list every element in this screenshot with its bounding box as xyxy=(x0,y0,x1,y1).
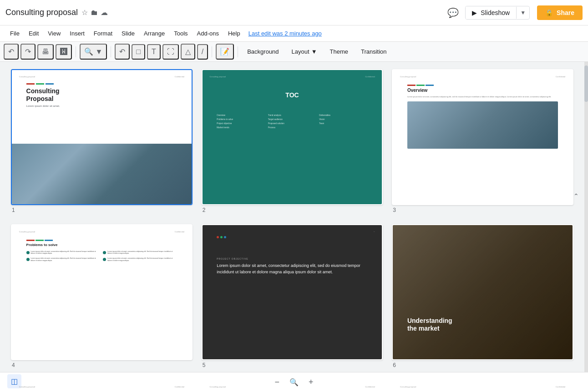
bottom-bar: ◫ − 🔍 + xyxy=(0,372,588,392)
slide-item-3[interactable]: Consulting proposalConfidential Overview… xyxy=(392,69,573,213)
slideshow-dropdown-button[interactable]: ▼ xyxy=(516,7,529,19)
slide-item-5[interactable]: •• Project objective Lorem ipsum dolor s… xyxy=(202,224,383,368)
menu-help[interactable]: Help xyxy=(223,28,245,39)
slide-thumb-5[interactable]: •• Project objective Lorem ipsum dolor s… xyxy=(202,224,383,360)
slide-thumb-6[interactable]: Understandingthe market xyxy=(392,224,573,360)
lock-icon: 🔒 xyxy=(545,9,553,16)
divider-3 xyxy=(212,46,212,57)
main-content: Consulting proposal Confidential Consult… xyxy=(0,62,588,392)
menu-tools[interactable]: Tools xyxy=(169,28,192,39)
share-label: Share xyxy=(557,9,574,16)
slide-number-2: 2 xyxy=(202,207,383,213)
menu-file[interactable]: File xyxy=(5,28,24,39)
folder-icon[interactable]: 🖿 xyxy=(91,9,98,17)
comment-button[interactable]: 💬 xyxy=(445,5,461,21)
layout-button[interactable]: Layout ▼ xyxy=(286,46,323,57)
scrollbar-thumb[interactable] xyxy=(584,65,588,102)
layout-label: Layout xyxy=(292,48,309,55)
cursor-button[interactable]: ↶ xyxy=(115,44,130,60)
theme-button[interactable]: Theme xyxy=(324,46,354,57)
slide-item-4[interactable]: Consulting proposal Confidential Problem… xyxy=(11,224,193,368)
divider-1 xyxy=(76,46,76,57)
slide-thumb-1[interactable]: Consulting proposal Confidential Consult… xyxy=(11,69,193,205)
divider-2 xyxy=(111,46,111,57)
star-icon[interactable]: ☆ xyxy=(81,8,88,17)
toolbar: ↶ ↷ 🖶 🆆 🔍 ▼ ↶ □ T ⛶ △ / 📝 Background Lay… xyxy=(0,42,588,62)
slideshow-label: Slideshow xyxy=(481,9,510,16)
right-scrollbar[interactable] xyxy=(584,62,588,392)
grid-icon: ◫ xyxy=(11,377,18,385)
transition-label: Transition xyxy=(361,48,387,55)
slide-item-6[interactable]: Understandingthe market 6 xyxy=(392,224,573,368)
slide-number-6: 6 xyxy=(392,362,573,368)
select-button[interactable]: □ xyxy=(132,44,145,60)
paint-format-button[interactable]: 🆆 xyxy=(56,44,72,60)
slide-grid[interactable]: Consulting proposal Confidential Consult… xyxy=(0,62,584,392)
top-bar: Consulting proposal ☆ 🖿 ☁ 💬 ▶ Slideshow … xyxy=(0,0,588,25)
slide-number-3: 3 xyxy=(392,207,573,213)
slide-thumb-4[interactable]: Consulting proposal Confidential Problem… xyxy=(11,224,193,360)
slide-number-4: 4 xyxy=(11,362,193,368)
image-button[interactable]: ⛶ xyxy=(162,44,179,60)
slide-number-1: 1 xyxy=(11,207,193,213)
menu-view[interactable]: View xyxy=(43,28,65,39)
menu-slide[interactable]: Slide xyxy=(117,28,139,39)
menu-arrange[interactable]: Arrange xyxy=(139,28,169,39)
slides-container: Consulting proposal Confidential Consult… xyxy=(11,69,573,392)
title-icons: ☆ 🖿 ☁ xyxy=(81,8,108,17)
slide-item-2[interactable]: Consulting proposal Confidential TOC Ove… xyxy=(202,69,383,213)
theme-label: Theme xyxy=(330,48,348,55)
app-title: Consulting proposal xyxy=(5,8,78,17)
undo-button[interactable]: ↶ xyxy=(4,44,19,60)
cloud-icon[interactable]: ☁ xyxy=(101,8,108,17)
slideshow-main-button[interactable]: ▶ Slideshow xyxy=(466,6,516,19)
background-button[interactable]: Background xyxy=(242,46,284,57)
divider-4 xyxy=(238,46,238,57)
shape-button[interactable]: △ xyxy=(181,44,195,60)
slide-number-5: 5 xyxy=(202,362,383,368)
background-label: Background xyxy=(247,48,279,55)
play-icon: ▶ xyxy=(472,9,477,16)
share-button[interactable]: 🔒 Share xyxy=(537,5,583,20)
menu-insert[interactable]: Insert xyxy=(65,28,89,39)
redo-button[interactable]: ↷ xyxy=(20,44,35,60)
menu-format[interactable]: Format xyxy=(89,28,117,39)
zoom-button[interactable]: 🔍 ▼ xyxy=(80,44,107,60)
last-edit[interactable]: Last edit was 2 minutes ago xyxy=(248,30,322,37)
slide-thumb-2[interactable]: Consulting proposal Confidential TOC Ove… xyxy=(202,69,383,205)
print-button[interactable]: 🖶 xyxy=(37,44,54,60)
speaker-notes-button[interactable]: 📝 xyxy=(216,44,234,60)
slide-item-1[interactable]: Consulting proposal Confidential Consult… xyxy=(11,69,193,213)
menu-bar: File Edit View Insert Format Slide Arran… xyxy=(0,25,588,42)
menu-addons[interactable]: Add-ons xyxy=(193,28,223,39)
menu-edit[interactable]: Edit xyxy=(24,28,43,39)
layout-chevron-icon: ▼ xyxy=(311,48,317,55)
line-button[interactable]: / xyxy=(197,44,208,60)
transition-button[interactable]: Transition xyxy=(355,46,392,57)
slide-thumb-3[interactable]: Consulting proposalConfidential Overview… xyxy=(392,69,573,205)
slideshow-button-group: ▶ Slideshow ▼ xyxy=(465,6,530,20)
text-button[interactable]: T xyxy=(147,44,161,60)
